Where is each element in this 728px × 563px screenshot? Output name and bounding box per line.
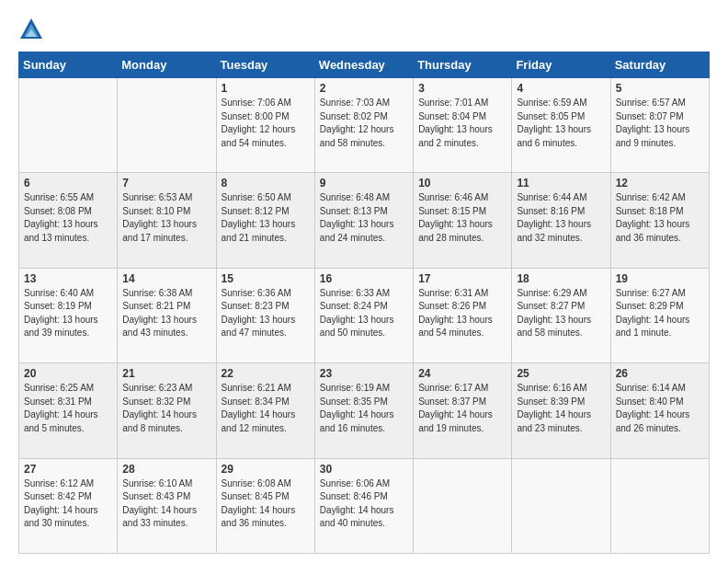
day-cell: 28Sunrise: 6:10 AM Sunset: 8:43 PM Dayli… (118, 458, 216, 553)
day-number: 18 (517, 272, 605, 285)
day-number: 5 (616, 82, 704, 95)
day-cell (610, 458, 709, 553)
day-cell: 20Sunrise: 6:25 AM Sunset: 8:31 PM Dayli… (19, 363, 118, 458)
day-cell: 12Sunrise: 6:42 AM Sunset: 8:18 PM Dayli… (610, 173, 709, 268)
day-cell: 10Sunrise: 6:46 AM Sunset: 8:15 PM Dayli… (414, 173, 512, 268)
day-number: 26 (616, 367, 704, 380)
day-cell: 15Sunrise: 6:36 AM Sunset: 8:23 PM Dayli… (216, 268, 314, 362)
day-info: Sunrise: 6:25 AM Sunset: 8:31 PM Dayligh… (24, 382, 112, 435)
day-number: 15 (222, 272, 310, 285)
day-info: Sunrise: 6:14 AM Sunset: 8:40 PM Dayligh… (616, 382, 704, 435)
header (18, 17, 710, 42)
day-cell: 7Sunrise: 6:53 AM Sunset: 8:10 PM Daylig… (118, 173, 216, 268)
day-number: 7 (122, 177, 210, 190)
day-info: Sunrise: 6:55 AM Sunset: 8:08 PM Dayligh… (24, 191, 112, 245)
day-cell: 1Sunrise: 7:06 AM Sunset: 8:00 PM Daylig… (216, 78, 314, 173)
day-cell: 23Sunrise: 6:19 AM Sunset: 8:35 PM Dayli… (314, 363, 413, 458)
day-number: 11 (517, 177, 605, 190)
day-number: 17 (418, 272, 506, 285)
day-info: Sunrise: 7:01 AM Sunset: 8:04 PM Dayligh… (418, 97, 506, 150)
day-number: 29 (222, 463, 310, 476)
week-row-4: 27Sunrise: 6:12 AM Sunset: 8:42 PM Dayli… (19, 458, 710, 553)
day-cell: 25Sunrise: 6:16 AM Sunset: 8:39 PM Dayli… (512, 363, 610, 458)
day-number: 22 (222, 367, 310, 380)
day-info: Sunrise: 6:19 AM Sunset: 8:35 PM Dayligh… (320, 382, 408, 435)
day-info: Sunrise: 6:36 AM Sunset: 8:23 PM Dayligh… (222, 287, 310, 340)
day-info: Sunrise: 6:12 AM Sunset: 8:42 PM Dayligh… (24, 477, 112, 531)
day-number: 4 (517, 82, 605, 95)
day-cell: 29Sunrise: 6:08 AM Sunset: 8:45 PM Dayli… (216, 458, 314, 553)
day-info: Sunrise: 6:31 AM Sunset: 8:26 PM Dayligh… (418, 287, 506, 340)
day-info: Sunrise: 6:29 AM Sunset: 8:27 PM Dayligh… (517, 287, 605, 340)
day-info: Sunrise: 6:16 AM Sunset: 8:39 PM Dayligh… (517, 382, 605, 435)
day-cell: 13Sunrise: 6:40 AM Sunset: 8:19 PM Dayli… (19, 268, 118, 362)
header-day-saturday: Saturday (610, 52, 709, 78)
week-row-3: 20Sunrise: 6:25 AM Sunset: 8:31 PM Dayli… (19, 363, 710, 458)
day-info: Sunrise: 6:21 AM Sunset: 8:34 PM Dayligh… (222, 382, 310, 435)
day-cell: 11Sunrise: 6:44 AM Sunset: 8:16 PM Dayli… (512, 173, 610, 268)
header-day-tuesday: Tuesday (216, 52, 314, 78)
logo (18, 17, 50, 42)
day-cell: 16Sunrise: 6:33 AM Sunset: 8:24 PM Dayli… (314, 268, 413, 362)
day-number: 9 (320, 177, 408, 190)
day-info: Sunrise: 6:48 AM Sunset: 8:13 PM Dayligh… (320, 191, 408, 245)
day-number: 16 (320, 272, 408, 285)
day-cell: 6Sunrise: 6:55 AM Sunset: 8:08 PM Daylig… (19, 173, 118, 268)
day-number: 19 (616, 272, 704, 285)
day-number: 25 (517, 367, 605, 380)
header-day-friday: Friday (512, 52, 610, 78)
day-cell: 9Sunrise: 6:48 AM Sunset: 8:13 PM Daylig… (314, 173, 413, 268)
day-cell (118, 78, 216, 173)
day-number: 1 (222, 82, 310, 95)
day-number: 20 (24, 367, 112, 380)
day-info: Sunrise: 6:10 AM Sunset: 8:43 PM Dayligh… (122, 477, 210, 531)
page: SundayMondayTuesdayWednesdayThursdayFrid… (0, 0, 728, 563)
day-number: 24 (418, 367, 506, 380)
day-number: 10 (418, 177, 506, 190)
day-number: 8 (222, 177, 310, 190)
day-info: Sunrise: 6:50 AM Sunset: 8:12 PM Dayligh… (222, 191, 310, 245)
day-cell: 17Sunrise: 6:31 AM Sunset: 8:26 PM Dayli… (414, 268, 512, 362)
day-cell: 24Sunrise: 6:17 AM Sunset: 8:37 PM Dayli… (414, 363, 512, 458)
day-info: Sunrise: 6:40 AM Sunset: 8:19 PM Dayligh… (24, 287, 112, 340)
calendar-header: SundayMondayTuesdayWednesdayThursdayFrid… (19, 52, 710, 78)
day-number: 30 (320, 463, 408, 476)
day-cell: 8Sunrise: 6:50 AM Sunset: 8:12 PM Daylig… (216, 173, 314, 268)
day-cell: 18Sunrise: 6:29 AM Sunset: 8:27 PM Dayli… (512, 268, 610, 362)
day-cell: 26Sunrise: 6:14 AM Sunset: 8:40 PM Dayli… (610, 363, 709, 458)
day-info: Sunrise: 6:59 AM Sunset: 8:05 PM Dayligh… (517, 97, 605, 150)
day-cell: 2Sunrise: 7:03 AM Sunset: 8:02 PM Daylig… (314, 78, 413, 173)
day-cell: 22Sunrise: 6:21 AM Sunset: 8:34 PM Dayli… (216, 363, 314, 458)
calendar-table: SundayMondayTuesdayWednesdayThursdayFrid… (18, 52, 710, 554)
day-info: Sunrise: 6:23 AM Sunset: 8:32 PM Dayligh… (122, 382, 210, 435)
day-cell: 14Sunrise: 6:38 AM Sunset: 8:21 PM Dayli… (118, 268, 216, 362)
header-day-monday: Monday (118, 52, 216, 78)
day-number: 23 (320, 367, 408, 380)
day-info: Sunrise: 6:27 AM Sunset: 8:29 PM Dayligh… (616, 287, 704, 340)
day-number: 2 (320, 82, 408, 95)
day-info: Sunrise: 6:17 AM Sunset: 8:37 PM Dayligh… (418, 382, 506, 435)
day-cell (414, 458, 512, 553)
day-cell: 30Sunrise: 6:06 AM Sunset: 8:46 PM Dayli… (314, 458, 413, 553)
day-info: Sunrise: 6:53 AM Sunset: 8:10 PM Dayligh… (122, 191, 210, 245)
week-row-0: 1Sunrise: 7:06 AM Sunset: 8:00 PM Daylig… (19, 78, 710, 173)
day-cell: 4Sunrise: 6:59 AM Sunset: 8:05 PM Daylig… (512, 78, 610, 173)
header-day-wednesday: Wednesday (314, 52, 413, 78)
day-cell: 3Sunrise: 7:01 AM Sunset: 8:04 PM Daylig… (414, 78, 512, 173)
day-cell: 5Sunrise: 6:57 AM Sunset: 8:07 PM Daylig… (610, 78, 709, 173)
day-info: Sunrise: 6:42 AM Sunset: 8:18 PM Dayligh… (616, 191, 704, 245)
day-number: 28 (122, 463, 210, 476)
header-day-thursday: Thursday (414, 52, 512, 78)
header-day-sunday: Sunday (19, 52, 118, 78)
header-row: SundayMondayTuesdayWednesdayThursdayFrid… (19, 52, 710, 78)
day-info: Sunrise: 6:08 AM Sunset: 8:45 PM Dayligh… (222, 477, 310, 531)
calendar-body: 1Sunrise: 7:06 AM Sunset: 8:00 PM Daylig… (19, 78, 710, 554)
day-info: Sunrise: 6:38 AM Sunset: 8:21 PM Dayligh… (122, 287, 210, 340)
day-number: 27 (24, 463, 112, 476)
day-info: Sunrise: 7:06 AM Sunset: 8:00 PM Dayligh… (222, 97, 310, 150)
day-number: 3 (418, 82, 506, 95)
day-info: Sunrise: 7:03 AM Sunset: 8:02 PM Dayligh… (320, 97, 408, 150)
day-cell: 21Sunrise: 6:23 AM Sunset: 8:32 PM Dayli… (118, 363, 216, 458)
week-row-1: 6Sunrise: 6:55 AM Sunset: 8:08 PM Daylig… (19, 173, 710, 268)
day-cell: 27Sunrise: 6:12 AM Sunset: 8:42 PM Dayli… (19, 458, 118, 553)
